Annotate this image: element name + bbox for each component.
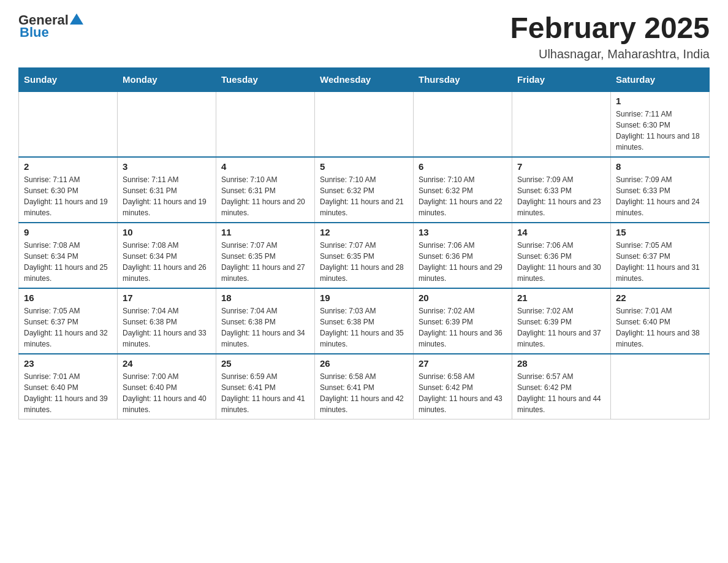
day-number: 27 (419, 358, 507, 369)
calendar-cell: 6Sunrise: 7:10 AMSunset: 6:32 PMDaylight… (414, 157, 512, 223)
day-info: Sunrise: 7:10 AMSunset: 6:32 PMDaylight:… (320, 174, 408, 218)
day-info: Sunrise: 7:04 AMSunset: 6:38 PMDaylight:… (123, 305, 211, 350)
day-info: Sunrise: 7:02 AMSunset: 6:39 PMDaylight:… (517, 305, 605, 350)
calendar-week-row: 23Sunrise: 7:01 AMSunset: 6:40 PMDayligh… (19, 354, 710, 419)
day-info: Sunrise: 7:05 AMSunset: 6:37 PMDaylight:… (24, 305, 112, 350)
day-info: Sunrise: 7:06 AMSunset: 6:36 PMDaylight:… (419, 240, 507, 284)
day-info: Sunrise: 7:07 AMSunset: 6:35 PMDaylight:… (320, 240, 408, 284)
calendar-cell (216, 91, 315, 157)
page-header: General Blue February 2025 Ulhasnagar, M… (18, 12, 710, 61)
calendar-cell: 7Sunrise: 7:09 AMSunset: 6:33 PMDaylight… (512, 157, 611, 223)
calendar-cell: 3Sunrise: 7:11 AMSunset: 6:31 PMDaylight… (118, 157, 216, 223)
day-info: Sunrise: 7:11 AMSunset: 6:31 PMDaylight:… (123, 174, 211, 218)
day-number: 25 (221, 358, 309, 369)
calendar-header-row: SundayMondayTuesdayWednesdayThursdayFrid… (19, 67, 710, 91)
day-number: 17 (123, 293, 211, 303)
day-info: Sunrise: 7:02 AMSunset: 6:39 PMDaylight:… (419, 305, 507, 350)
day-info: Sunrise: 6:59 AMSunset: 6:41 PMDaylight:… (221, 371, 309, 415)
day-number: 6 (419, 161, 507, 172)
day-number: 12 (320, 227, 408, 237)
calendar-cell: 17Sunrise: 7:04 AMSunset: 6:38 PMDayligh… (118, 288, 216, 354)
day-info: Sunrise: 7:11 AMSunset: 6:30 PMDaylight:… (616, 109, 704, 153)
calendar-cell (512, 91, 611, 157)
day-info: Sunrise: 7:10 AMSunset: 6:31 PMDaylight:… (221, 174, 309, 218)
day-number: 8 (616, 161, 704, 172)
calendar-week-row: 16Sunrise: 7:05 AMSunset: 6:37 PMDayligh… (19, 288, 710, 354)
day-info: Sunrise: 7:01 AMSunset: 6:40 PMDaylight:… (616, 305, 704, 350)
day-info: Sunrise: 6:58 AMSunset: 6:42 PMDaylight:… (419, 371, 507, 415)
day-number: 11 (221, 227, 309, 237)
calendar-cell (414, 91, 512, 157)
calendar-cell: 26Sunrise: 6:58 AMSunset: 6:41 PMDayligh… (315, 354, 414, 419)
day-number: 18 (221, 293, 309, 303)
day-number: 2 (24, 161, 112, 172)
calendar-cell (315, 91, 414, 157)
day-number: 13 (419, 227, 507, 237)
day-number: 28 (517, 358, 605, 369)
calendar-week-row: 9Sunrise: 7:08 AMSunset: 6:34 PMDaylight… (19, 223, 710, 288)
calendar-cell: 13Sunrise: 7:06 AMSunset: 6:36 PMDayligh… (414, 223, 512, 288)
calendar-cell: 12Sunrise: 7:07 AMSunset: 6:35 PMDayligh… (315, 223, 414, 288)
day-info: Sunrise: 7:11 AMSunset: 6:30 PMDaylight:… (24, 174, 112, 218)
day-info: Sunrise: 7:09 AMSunset: 6:33 PMDaylight:… (616, 174, 704, 218)
calendar-cell: 15Sunrise: 7:05 AMSunset: 6:37 PMDayligh… (611, 223, 710, 288)
day-number: 22 (616, 293, 704, 303)
calendar-cell: 16Sunrise: 7:05 AMSunset: 6:37 PMDayligh… (19, 288, 118, 354)
calendar-cell: 18Sunrise: 7:04 AMSunset: 6:38 PMDayligh… (216, 288, 315, 354)
location-subtitle: Ulhasnagar, Maharashtra, India (510, 47, 710, 61)
title-block: February 2025 Ulhasnagar, Maharashtra, I… (510, 12, 710, 61)
calendar-table: SundayMondayTuesdayWednesdayThursdayFrid… (18, 67, 710, 419)
calendar-cell: 10Sunrise: 7:08 AMSunset: 6:34 PMDayligh… (118, 223, 216, 288)
day-number: 21 (517, 293, 605, 303)
weekday-header-thursday: Thursday (414, 67, 512, 91)
calendar-cell: 8Sunrise: 7:09 AMSunset: 6:33 PMDaylight… (611, 157, 710, 223)
day-info: Sunrise: 7:04 AMSunset: 6:38 PMDaylight:… (221, 305, 309, 350)
day-info: Sunrise: 7:00 AMSunset: 6:40 PMDaylight:… (123, 371, 211, 415)
calendar-cell: 27Sunrise: 6:58 AMSunset: 6:42 PMDayligh… (414, 354, 512, 419)
calendar-cell: 22Sunrise: 7:01 AMSunset: 6:40 PMDayligh… (611, 288, 710, 354)
day-number: 3 (123, 161, 211, 172)
day-number: 4 (221, 161, 309, 172)
day-info: Sunrise: 7:05 AMSunset: 6:37 PMDaylight:… (616, 240, 704, 284)
day-info: Sunrise: 7:07 AMSunset: 6:35 PMDaylight:… (221, 240, 309, 284)
calendar-week-row: 2Sunrise: 7:11 AMSunset: 6:30 PMDaylight… (19, 157, 710, 223)
month-title: February 2025 (510, 12, 710, 45)
day-info: Sunrise: 7:03 AMSunset: 6:38 PMDaylight:… (320, 305, 408, 350)
calendar-cell: 28Sunrise: 6:57 AMSunset: 6:42 PMDayligh… (512, 354, 611, 419)
day-info: Sunrise: 6:57 AMSunset: 6:42 PMDaylight:… (517, 371, 605, 415)
day-number: 1 (616, 96, 704, 106)
calendar-cell: 2Sunrise: 7:11 AMSunset: 6:30 PMDaylight… (19, 157, 118, 223)
weekday-header-wednesday: Wednesday (315, 67, 414, 91)
calendar-cell: 5Sunrise: 7:10 AMSunset: 6:32 PMDaylight… (315, 157, 414, 223)
calendar-cell: 9Sunrise: 7:08 AMSunset: 6:34 PMDaylight… (19, 223, 118, 288)
day-number: 26 (320, 358, 408, 369)
day-number: 23 (24, 358, 112, 369)
day-number: 10 (123, 227, 211, 237)
calendar-cell: 23Sunrise: 7:01 AMSunset: 6:40 PMDayligh… (19, 354, 118, 419)
day-info: Sunrise: 7:10 AMSunset: 6:32 PMDaylight:… (419, 174, 507, 218)
calendar-cell: 4Sunrise: 7:10 AMSunset: 6:31 PMDaylight… (216, 157, 315, 223)
calendar-cell: 19Sunrise: 7:03 AMSunset: 6:38 PMDayligh… (315, 288, 414, 354)
calendar-cell: 1Sunrise: 7:11 AMSunset: 6:30 PMDaylight… (611, 91, 710, 157)
calendar-cell: 14Sunrise: 7:06 AMSunset: 6:36 PMDayligh… (512, 223, 611, 288)
weekday-header-saturday: Saturday (611, 67, 710, 91)
calendar-cell: 20Sunrise: 7:02 AMSunset: 6:39 PMDayligh… (414, 288, 512, 354)
weekday-header-monday: Monday (118, 67, 216, 91)
day-number: 5 (320, 161, 408, 172)
calendar-cell: 25Sunrise: 6:59 AMSunset: 6:41 PMDayligh… (216, 354, 315, 419)
day-info: Sunrise: 7:06 AMSunset: 6:36 PMDaylight:… (517, 240, 605, 284)
day-number: 24 (123, 358, 211, 369)
day-number: 20 (419, 293, 507, 303)
logo-blue-text: Blue (20, 25, 49, 40)
day-info: Sunrise: 7:08 AMSunset: 6:34 PMDaylight:… (24, 240, 112, 284)
svg-marker-0 (70, 13, 83, 25)
day-info: Sunrise: 6:58 AMSunset: 6:41 PMDaylight:… (320, 371, 408, 415)
weekday-header-friday: Friday (512, 67, 611, 91)
weekday-header-tuesday: Tuesday (216, 67, 315, 91)
day-number: 19 (320, 293, 408, 303)
day-info: Sunrise: 7:01 AMSunset: 6:40 PMDaylight:… (24, 371, 112, 415)
day-number: 16 (24, 293, 112, 303)
logo: General Blue (18, 12, 83, 40)
calendar-cell: 21Sunrise: 7:02 AMSunset: 6:39 PMDayligh… (512, 288, 611, 354)
day-number: 15 (616, 227, 704, 237)
